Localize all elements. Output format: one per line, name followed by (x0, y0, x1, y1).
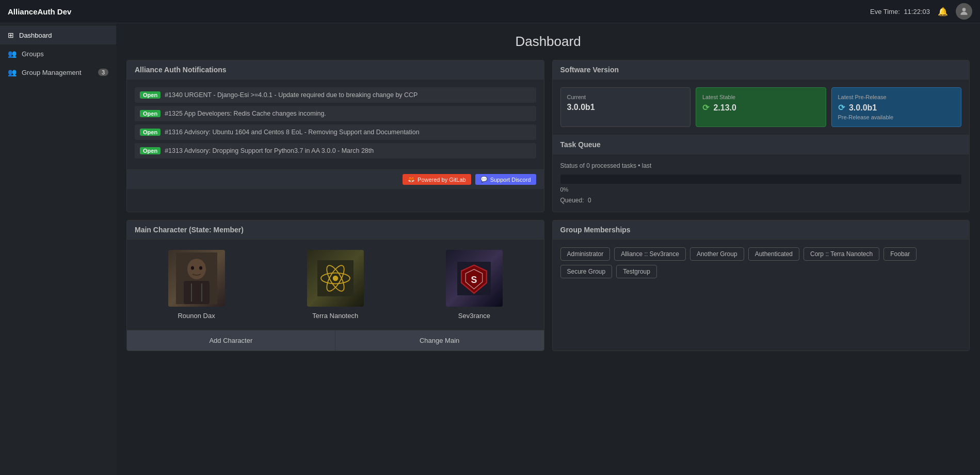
svg-point-2 (187, 259, 206, 279)
alliance-notifications-header: Alliance Auth Notifications (127, 60, 544, 80)
svg-rect-3 (184, 281, 210, 304)
notif-badge: Open (140, 147, 160, 154)
group-tag[interactable]: Authenticated (748, 247, 799, 261)
progress-label: 0% (560, 186, 962, 193)
sidebar: ⊞ Dashboard 👥 Groups 👥 Group Management … (0, 23, 116, 475)
svg-point-0 (962, 8, 966, 11)
discord-label: Support Discord (490, 177, 531, 183)
char-item-terra: Terra Nanotech (307, 250, 364, 320)
group-tags-container: AdministratorAlliance :: Sev3ranceAnothe… (553, 240, 970, 286)
char-name-terra: Terra Nanotech (312, 312, 358, 320)
version-current-num: 3.0.0b1 (567, 103, 684, 112)
version-grid: Current 3.0.0b1 Latest Stable ⟳ 2.13.0 L… (560, 87, 962, 127)
task-status-text: Status of 0 processed tasks • last (560, 162, 962, 169)
queued-text: Queued: 0 (560, 197, 962, 204)
refresh-icon: ⟳ (702, 103, 709, 112)
notification-item[interactable]: Open #1316 Advisory: Ubuntu 1604 and Cen… (135, 124, 536, 140)
svg-point-9 (332, 276, 338, 281)
notification-bell-icon[interactable]: 🔔 (938, 7, 948, 17)
main-content: Dashboard Alliance Auth Notifications Op… (116, 23, 980, 475)
version-current-box: Current 3.0.0b1 (560, 87, 691, 127)
char-name-rounon: Rounon Dax (178, 312, 215, 320)
add-character-button[interactable]: Add Character (127, 330, 335, 351)
group-management-icon: 👥 (8, 68, 17, 76)
alliance-notifications-footer: 🦊 Powered by GitLab 💬 Support Discord (127, 169, 544, 189)
navbar-right: Eve Time: 11:22:03 🔔 (870, 3, 972, 20)
notif-badge: Open (140, 110, 160, 117)
user-icon (959, 6, 969, 17)
sidebar-item-groups[interactable]: 👥 Groups (0, 44, 116, 63)
char-item-rounon: Rounon Dax (168, 250, 225, 320)
avatar[interactable] (956, 3, 972, 20)
char-portrait-terra (307, 250, 364, 307)
svg-text:S: S (471, 274, 477, 284)
software-version-body: Current 3.0.0b1 Latest Stable ⟳ 2.13.0 L… (553, 80, 970, 135)
group-tag[interactable]: Foobar (883, 247, 917, 261)
version-stable-label: Latest Stable (702, 94, 820, 100)
page-title: Dashboard (126, 34, 970, 50)
sidebar-item-dashboard[interactable]: ⊞ Dashboard (0, 26, 116, 44)
dashboard-grid: Alliance Auth Notifications Open #1340 U… (126, 60, 970, 351)
change-main-button[interactable]: Change Main (335, 330, 544, 351)
group-memberships-header: Group Memberships (553, 220, 970, 240)
sidebar-item-group-management[interactable]: 👥 Group Management 3 (0, 63, 116, 82)
refresh-icon-pre: ⟳ (838, 103, 845, 112)
notif-badge: Open (140, 129, 160, 136)
character-section: Rounon Dax (127, 240, 544, 330)
gitlab-icon: 🦊 (408, 176, 415, 183)
task-queue-body: Status of 0 processed tasks • last 0% Qu… (553, 154, 970, 212)
main-character-card: Main Character (State: Member) (126, 220, 544, 351)
group-tag[interactable]: Another Group (690, 247, 744, 261)
svg-point-5 (199, 266, 202, 270)
discord-icon: 💬 (480, 176, 488, 183)
navbar-brand[interactable]: AllianceAuth Dev (8, 7, 71, 16)
eve-time-label: Eve Time: 11:22:03 (870, 8, 930, 15)
version-prerelease-box: Latest Pre-Release ⟳ 3.0.0b1 Pre-Release… (831, 87, 962, 127)
group-tag[interactable]: Secure Group (560, 265, 613, 278)
group-tag[interactable]: Alliance :: Sev3rance (614, 247, 686, 261)
char-actions: Add Character Change Main (127, 330, 544, 351)
group-tag[interactable]: Administrator (560, 247, 611, 261)
notification-item[interactable]: Open #1340 URGENT - Django-Esi >=4.0.1 -… (135, 87, 536, 103)
discord-button[interactable]: 💬 Support Discord (475, 174, 536, 185)
sev3rance-logo-svg: S (457, 262, 491, 295)
group-tag[interactable]: Testgroup (616, 265, 657, 278)
gitlab-label: Powered by GitLab (417, 177, 466, 183)
char-portrait-sev3rance: S (446, 250, 503, 307)
notification-item[interactable]: Open #1325 App Developers: Redis Cache c… (135, 106, 536, 121)
software-version-header: Software Version (553, 60, 970, 80)
group-memberships-card: Group Memberships AdministratorAlliance … (552, 220, 970, 351)
software-version-card: Software Version Current 3.0.0b1 Latest … (552, 60, 970, 212)
progress-bar (560, 175, 962, 184)
char-portrait-rounon (168, 250, 225, 307)
version-stable-box: Latest Stable ⟳ 2.13.0 (696, 87, 826, 127)
notif-text: #1325 App Developers: Redis Cache change… (165, 110, 326, 117)
rounon-portrait-svg (176, 252, 217, 304)
task-queue-header: Task Queue (553, 135, 970, 154)
eve-time-value: 11:22:03 (904, 8, 930, 15)
notification-item[interactable]: Open #1313 Advisory: Dropping Support fo… (135, 143, 536, 159)
version-prerelease-sub: Pre-Release available (838, 114, 955, 120)
version-prerelease-label: Latest Pre-Release (838, 94, 955, 100)
queued-count: 0 (588, 197, 591, 204)
navbar: AllianceAuth Dev Eve Time: 11:22:03 🔔 (0, 0, 980, 23)
gitlab-button[interactable]: 🦊 Powered by GitLab (403, 174, 471, 185)
notif-badge: Open (140, 91, 160, 99)
alliance-notifications-body: Open #1340 URGENT - Django-Esi >=4.0.1 -… (127, 80, 544, 169)
dashboard-icon: ⊞ (8, 31, 14, 39)
sidebar-label-dashboard: Dashboard (19, 31, 52, 39)
notif-text: #1316 Advisory: Ubuntu 1604 and Centos 8… (165, 129, 420, 136)
sidebar-label-groups: Groups (22, 50, 44, 58)
version-prerelease-num: ⟳ 3.0.0b1 (838, 103, 955, 113)
group-tag[interactable]: Corp :: Terra Nanotech (804, 247, 879, 261)
sidebar-label-group-management: Group Management (22, 69, 82, 76)
char-name-sev3rance: Sev3rance (458, 312, 490, 320)
main-character-header: Main Character (State: Member) (127, 220, 544, 240)
terra-atom-svg (317, 260, 354, 296)
alliance-notifications-card: Alliance Auth Notifications Open #1340 U… (126, 60, 544, 212)
layout: ⊞ Dashboard 👥 Groups 👥 Group Management … (0, 23, 980, 475)
groups-icon: 👥 (8, 50, 17, 58)
group-management-badge: 3 (98, 69, 108, 76)
version-stable-num: ⟳ 2.13.0 (702, 103, 820, 113)
notif-text: #1340 URGENT - Django-Esi >=4.0.1 - Upda… (165, 91, 417, 99)
